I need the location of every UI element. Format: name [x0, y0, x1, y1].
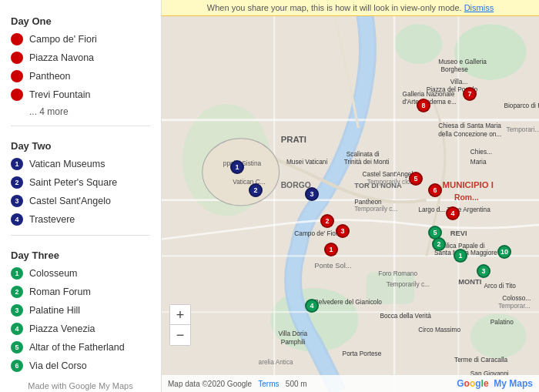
svg-text:Porta Portese: Porta Portese — [343, 350, 382, 357]
map-pin-circle: 8 — [417, 99, 430, 112]
zoom-in-button[interactable]: + — [170, 305, 190, 325]
place-name: Piazza Navona — [29, 52, 94, 63]
svg-text:Musei Vaticani: Musei Vaticani — [286, 158, 327, 166]
map-pin-circle: 5 — [428, 226, 442, 240]
zoom-controls: + − — [169, 304, 191, 346]
svg-text:della Concezione on...: della Concezione on... — [438, 130, 501, 138]
svg-point-2 — [394, 24, 442, 64]
sidebar: Day OneCampo de' FioriPiazza NavonaPanth… — [0, 0, 162, 392]
map-pin-circle: 3 — [336, 224, 350, 238]
svg-text:REVI: REVI — [450, 230, 467, 237]
place-marker: 1 — [11, 158, 23, 170]
map-pin-circle: 5 — [409, 172, 423, 186]
place-name: Campo de' Fiori — [29, 34, 97, 45]
list-item[interactable]: Piazza Navona — [0, 49, 161, 67]
map-pin[interactable]: 6 — [428, 183, 442, 197]
map-pin[interactable]: 3 — [336, 224, 350, 238]
svg-text:Circo Massimo: Circo Massimo — [418, 326, 460, 333]
list-item[interactable]: Trevi Fountain — [0, 85, 161, 104]
place-name: Trevi Fountain — [29, 89, 90, 100]
svg-text:Bioparco di Roma: Bioparco di Roma — [504, 102, 539, 109]
divider — [11, 126, 150, 126]
place-marker: 4 — [11, 323, 23, 335]
place-name: Colosseum — [29, 268, 78, 279]
svg-text:Chiesa di Santa Maria: Chiesa di Santa Maria — [438, 122, 501, 129]
map-pin[interactable]: 5 — [428, 226, 442, 240]
place-name: Vatican Museums — [29, 159, 105, 169]
map-pin[interactable]: 1 — [324, 243, 338, 256]
more-link[interactable]: ... 4 more — [0, 104, 161, 119]
place-name: Via del Corso — [29, 360, 87, 371]
list-item[interactable]: Pantheon — [0, 67, 161, 85]
svg-text:MONTI: MONTI — [458, 278, 481, 286]
map-pin[interactable]: 5 — [409, 172, 423, 186]
list-item[interactable]: 2Saint Peter's Square — [0, 173, 161, 192]
map-pin[interactable]: 4 — [305, 299, 319, 313]
place-marker: 3 — [11, 195, 23, 207]
map-pin[interactable]: 10 — [497, 245, 511, 259]
list-item[interactable]: 2Roman Forum — [0, 283, 161, 301]
list-item[interactable]: Campo de' Fiori — [0, 30, 161, 49]
map-pin[interactable]: 8 — [417, 99, 430, 112]
place-name: Saint Peter's Square — [29, 177, 117, 188]
place-marker — [11, 33, 23, 45]
map-pin-circle: 4 — [305, 299, 319, 313]
dismiss-link[interactable]: Dismiss — [464, 3, 494, 12]
place-name: Trastevere — [29, 214, 75, 225]
list-item[interactable]: 3Castel Sant'Angelo — [0, 192, 161, 210]
list-item[interactable]: 5Altar of the Fatherland — [0, 338, 161, 357]
svg-text:Temporarily c...: Temporarily c... — [354, 205, 397, 213]
zoom-out-button[interactable]: − — [170, 325, 190, 345]
map-footer: Map data ©2020 Google Terms 500 m Google… — [162, 375, 539, 392]
place-name: Altar of the Fatherland — [29, 342, 125, 353]
map-pin[interactable]: 2 — [249, 183, 263, 197]
list-item[interactable]: 6Via del Corso — [0, 357, 161, 375]
sidebar-footer: Made with Google My Maps — [0, 375, 161, 392]
map-pin-circle: 3 — [305, 187, 319, 201]
svg-text:Palatino: Palatino — [490, 318, 514, 326]
place-marker: 5 — [11, 341, 23, 353]
place-marker: 2 — [11, 286, 23, 298]
svg-text:PRATI: PRATI — [281, 135, 306, 144]
map-pin[interactable]: 3 — [477, 264, 490, 278]
map-pin-circle: 1 — [230, 160, 244, 174]
list-item[interactable]: 3Palatine Hill — [0, 301, 161, 320]
map-pin[interactable]: 3 — [305, 187, 319, 201]
svg-text:Borghese: Borghese — [440, 65, 468, 73]
list-item[interactable]: 1Colosseum — [0, 264, 161, 283]
banner-text: When you share your map, this is how it … — [207, 3, 462, 12]
day-header-1: Day One — [0, 8, 161, 30]
list-item[interactable]: 4Piazza Venezia — [0, 320, 161, 338]
map-pin[interactable]: 4 — [446, 206, 460, 220]
place-marker: 4 — [11, 213, 23, 226]
svg-text:arelia Antica: arelia Antica — [259, 358, 294, 366]
place-name: Piazza Venezia — [29, 323, 95, 334]
svg-text:Arco di Tito: Arco di Tito — [484, 282, 516, 290]
svg-text:Trinità dei Monti: Trinità dei Monti — [344, 158, 390, 166]
divider — [11, 235, 150, 236]
map-pin[interactable]: 7 — [463, 87, 477, 101]
map-pin-circle: 7 — [463, 87, 477, 101]
map-pin-circle: 2 — [320, 214, 334, 228]
place-marker — [11, 70, 23, 82]
map-data-text: Map data ©2020 Google Terms 500 m — [168, 380, 307, 388]
svg-text:Foro Romano: Foro Romano — [378, 270, 417, 277]
svg-text:MUNICIPIO I: MUNICIPIO I — [442, 180, 494, 189]
place-marker: 3 — [11, 304, 23, 317]
map-pin-circle: 2 — [249, 183, 263, 197]
map-pin-circle: 1 — [324, 243, 338, 256]
svg-text:Ponte Sol...: Ponte Sol... — [314, 262, 351, 270]
list-item[interactable]: 1Vatican Museums — [0, 155, 161, 173]
svg-text:Terme di Caracalla: Terme di Caracalla — [454, 356, 508, 364]
terms-link[interactable]: Terms — [258, 380, 279, 388]
map-pin[interactable]: 2 — [320, 214, 334, 228]
place-name: Castel Sant'Angelo — [29, 196, 111, 206]
map-pin[interactable]: 1 — [230, 160, 244, 174]
svg-text:Temporari...: Temporari... — [507, 126, 539, 133]
map-pin-circle: 4 — [446, 206, 460, 220]
map-pin[interactable]: 1 — [454, 249, 467, 263]
svg-text:Temporar...: Temporar... — [498, 302, 531, 310]
list-item[interactable]: 4Trastevere — [0, 210, 161, 229]
place-name: Palatine Hill — [29, 305, 80, 316]
place-marker: 1 — [11, 267, 23, 280]
